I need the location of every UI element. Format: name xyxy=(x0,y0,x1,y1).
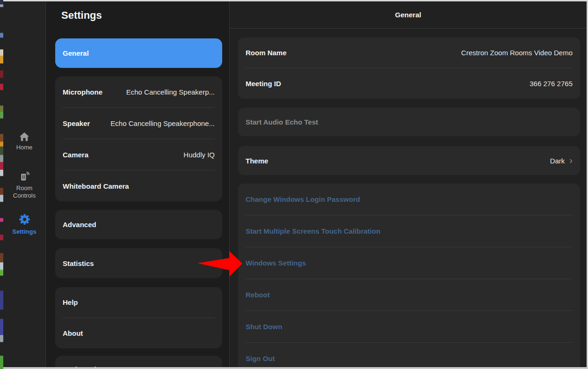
room-controls-icon xyxy=(3,171,45,182)
row-label: Whiteboard Camera xyxy=(63,182,129,190)
page-title: Settings xyxy=(61,9,102,22)
nav-item-label: Settings xyxy=(3,228,45,236)
row-label: Help xyxy=(63,298,78,306)
sidebar-item-whiteboard-camera[interactable]: Whiteboard Camera xyxy=(55,170,222,201)
sidebar-item-microphone[interactable]: Microphone Echo Cancelling Speakerp... xyxy=(55,76,222,107)
sidebar-item-general[interactable]: General xyxy=(55,38,222,68)
row-label: Reboot xyxy=(246,291,270,299)
row-label: Microphone xyxy=(63,88,102,96)
statistics-card: Statistics xyxy=(55,248,222,278)
audio-echo-test-card: Start Audio Echo Test xyxy=(238,108,580,136)
sidebar-item-lock-settings[interactable]: Lock Settings xyxy=(55,356,222,367)
row-label: Camera xyxy=(63,151,88,159)
sidebar-item-camera[interactable]: Camera Huddly IQ xyxy=(55,139,222,170)
row-label: Change Windows Login Password xyxy=(246,195,360,203)
nav-item-label: Home xyxy=(3,144,45,151)
row-label: Start Audio Echo Test xyxy=(246,118,318,126)
settings-sidebar: Settings General Microphone Echo Cancell… xyxy=(45,1,230,367)
row-value: Huddly IQ xyxy=(93,151,215,159)
system-actions-card: Change Windows Login Password Start Mult… xyxy=(238,184,580,367)
nav-rail: Home Room Controls xyxy=(3,1,45,367)
window-border-top xyxy=(3,0,588,1)
row-value: Crestron Zoom Rooms Video Demo xyxy=(291,49,573,57)
zoom-rooms-settings-window: { "nav": { "items": [ {"label": "Home"},… xyxy=(0,0,588,369)
row-label: Meeting ID xyxy=(246,80,281,88)
start-multiple-screens-touch-calibration-button[interactable]: Start Multiple Screens Touch Calibration xyxy=(238,215,580,247)
nav-item-room-controls[interactable]: Room Controls xyxy=(3,171,45,200)
general-panel: General Room Name Crestron Zoom Rooms Vi… xyxy=(229,1,587,367)
start-audio-echo-test-button[interactable]: Start Audio Echo Test xyxy=(238,108,580,136)
theme-row[interactable]: Theme Dark › xyxy=(238,146,580,175)
home-icon xyxy=(3,132,45,141)
sidebar-item-about[interactable]: About xyxy=(55,318,222,348)
row-label: Speaker xyxy=(63,119,90,127)
nav-item-label: Room Controls xyxy=(3,184,45,200)
room-info-card: Room Name Crestron Zoom Rooms Video Demo… xyxy=(238,37,580,99)
shut-down-button[interactable]: Shut Down xyxy=(238,311,580,342)
row-label: About xyxy=(63,329,83,337)
reboot-button[interactable]: Reboot xyxy=(238,279,580,310)
row-label: Theme xyxy=(246,157,268,165)
row-label: Start Multiple Screens Touch Calibration xyxy=(246,227,380,235)
change-windows-login-password-button[interactable]: Change Windows Login Password xyxy=(238,184,580,215)
room-name-row: Room Name Crestron Zoom Rooms Video Demo xyxy=(238,37,580,68)
desktop-edge-strip xyxy=(0,0,3,369)
row-label: Windows Settings xyxy=(246,259,306,267)
sidebar-item-advanced[interactable]: Advanced xyxy=(55,210,222,239)
windows-settings-button[interactable]: Windows Settings xyxy=(238,247,580,279)
row-value: Echo Cancelling Speakerp... xyxy=(107,88,215,96)
row-label: Room Name xyxy=(246,49,287,57)
chevron-right-icon: › xyxy=(569,155,573,165)
advanced-card: Advanced xyxy=(55,210,222,239)
nav-item-home[interactable]: Home xyxy=(3,132,45,151)
help-card: Help About xyxy=(55,287,222,348)
sidebar-item-statistics[interactable]: Statistics xyxy=(55,248,222,278)
lock-settings-card: Lock Settings xyxy=(55,356,222,367)
row-value: 366 276 2765 xyxy=(286,80,573,88)
meeting-id-row: Meeting ID 366 276 2765 xyxy=(238,68,580,99)
gear-icon xyxy=(3,213,45,226)
sign-out-button[interactable]: Sign Out xyxy=(238,343,580,367)
devices-card: Microphone Echo Cancelling Speakerp... S… xyxy=(55,76,222,201)
row-label: Sign Out xyxy=(246,354,275,362)
sidebar-item-speaker[interactable]: Speaker Echo Cancelling Speakerphone... xyxy=(55,108,222,139)
row-value: Echo Cancelling Speakerphone... xyxy=(94,119,215,127)
nav-item-settings[interactable]: Settings xyxy=(3,213,45,236)
window-border-bottom xyxy=(3,367,588,369)
sidebar-item-help[interactable]: Help xyxy=(55,287,222,317)
sidebar-item-label: General xyxy=(63,49,89,57)
theme-card: Theme Dark › xyxy=(238,146,580,175)
row-label: Statistics xyxy=(63,259,94,267)
panel-header: General xyxy=(230,1,587,29)
row-label: Advanced xyxy=(63,221,96,229)
row-label: Shut Down xyxy=(246,323,282,331)
theme-value: Dark xyxy=(550,157,565,165)
